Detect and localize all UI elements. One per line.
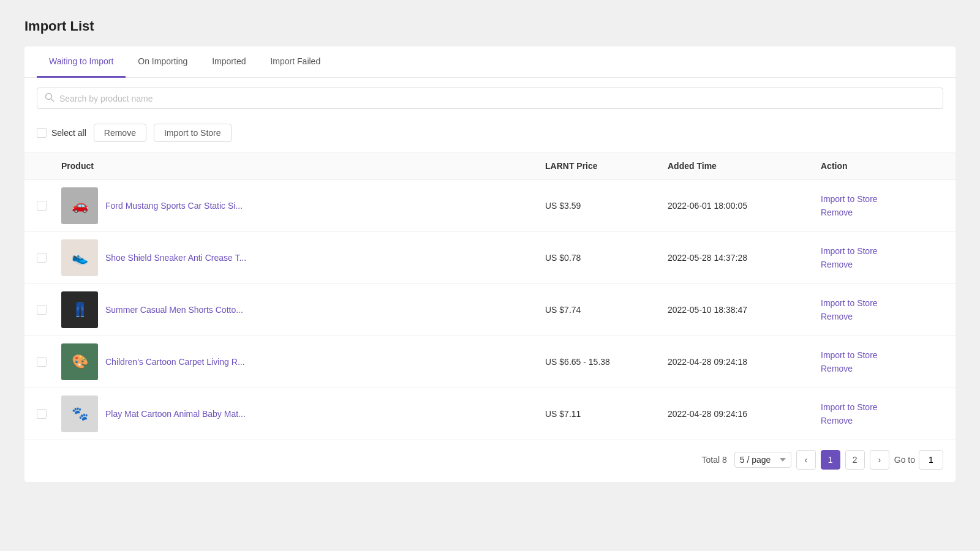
page-title: Import List bbox=[24, 18, 956, 34]
product-cell-1: 👟 Shoe Shield Sneaker Anti Crease T... bbox=[61, 239, 545, 276]
action-cell-0: Import to Store Remove bbox=[821, 194, 943, 217]
tab-on-importing[interactable]: On Importing bbox=[126, 47, 200, 78]
row-checkbox-1[interactable] bbox=[37, 253, 47, 263]
row-checkbox-cell-2 bbox=[37, 305, 61, 315]
import-to-store-link-4[interactable]: Import to Store bbox=[821, 402, 943, 412]
table-row: 🎨 Children's Cartoon Carpet Living R... … bbox=[24, 336, 956, 388]
header-time: Added Time bbox=[668, 157, 821, 174]
tab-bar: Waiting to Import On Importing Imported … bbox=[24, 47, 956, 78]
remove-link-0[interactable]: Remove bbox=[821, 208, 943, 217]
svg-line-1 bbox=[51, 99, 54, 102]
price-cell-4: US $7.11 bbox=[545, 409, 668, 419]
prev-page-button[interactable]: ‹ bbox=[796, 450, 816, 470]
product-cell-3: 🎨 Children's Cartoon Carpet Living R... bbox=[61, 343, 545, 380]
price-cell-1: US $0.78 bbox=[545, 253, 668, 263]
page-2-button[interactable]: 2 bbox=[845, 450, 865, 470]
table-row: 🚗 Ford Mustang Sports Car Static Si... U… bbox=[24, 180, 956, 232]
remove-button[interactable]: Remove bbox=[94, 124, 146, 142]
product-image-3: 🎨 bbox=[61, 343, 98, 380]
main-card: Waiting to Import On Importing Imported … bbox=[24, 47, 956, 482]
product-name-3[interactable]: Children's Cartoon Carpet Living R... bbox=[105, 357, 245, 367]
import-to-store-link-0[interactable]: Import to Store bbox=[821, 194, 943, 204]
goto-wrap: Go to bbox=[894, 450, 943, 470]
product-name-2[interactable]: Summer Casual Men Shorts Cotto... bbox=[105, 305, 243, 315]
header-action: Action bbox=[821, 157, 943, 174]
import-to-store-link-2[interactable]: Import to Store bbox=[821, 298, 943, 308]
product-cell-2: 👖 Summer Casual Men Shorts Cotto... bbox=[61, 291, 545, 328]
time-cell-2: 2022-05-10 18:38:47 bbox=[668, 305, 821, 315]
product-name-4[interactable]: Play Mat Cartoon Animal Baby Mat... bbox=[105, 409, 246, 419]
tab-imported[interactable]: Imported bbox=[200, 47, 258, 78]
pagination: Total 8 5 / page 10 / page 20 / page ‹ 1… bbox=[24, 440, 956, 470]
next-page-button[interactable]: › bbox=[870, 450, 889, 470]
product-image-4: 🐾 bbox=[61, 395, 98, 432]
time-cell-4: 2022-04-28 09:24:16 bbox=[668, 409, 821, 419]
import-to-store-link-3[interactable]: Import to Store bbox=[821, 350, 943, 360]
row-checkbox-4[interactable] bbox=[37, 409, 47, 419]
select-all-checkbox[interactable] bbox=[37, 128, 47, 138]
time-cell-3: 2022-04-28 09:24:18 bbox=[668, 357, 821, 367]
toolbar: Select all Remove Import to Store bbox=[24, 119, 956, 152]
import-to-store-link-1[interactable]: Import to Store bbox=[821, 246, 943, 256]
row-checkbox-2[interactable] bbox=[37, 305, 47, 315]
goto-label: Go to bbox=[894, 455, 915, 465]
row-checkbox-cell-1 bbox=[37, 253, 61, 263]
row-checkbox-3[interactable] bbox=[37, 357, 47, 367]
select-all-wrap[interactable]: Select all bbox=[37, 128, 86, 138]
page-size-select[interactable]: 5 / page 10 / page 20 / page bbox=[734, 452, 791, 468]
tab-import-failed[interactable]: Import Failed bbox=[258, 47, 333, 78]
product-image-0: 🚗 bbox=[61, 187, 98, 224]
row-checkbox-cell-3 bbox=[37, 357, 61, 367]
row-checkbox-cell-4 bbox=[37, 409, 61, 419]
action-cell-1: Import to Store Remove bbox=[821, 246, 943, 269]
table-body: 🚗 Ford Mustang Sports Car Static Si... U… bbox=[24, 180, 956, 440]
select-all-label: Select all bbox=[51, 128, 86, 138]
time-cell-1: 2022-05-28 14:37:28 bbox=[668, 253, 821, 263]
remove-link-2[interactable]: Remove bbox=[821, 312, 943, 321]
price-cell-2: US $7.74 bbox=[545, 305, 668, 315]
action-cell-4: Import to Store Remove bbox=[821, 402, 943, 425]
action-cell-2: Import to Store Remove bbox=[821, 298, 943, 321]
header-product: Product bbox=[61, 157, 545, 174]
price-cell-3: US $6.65 - 15.38 bbox=[545, 357, 668, 367]
row-checkbox-0[interactable] bbox=[37, 201, 47, 211]
pagination-total: Total 8 bbox=[701, 455, 726, 465]
product-name-1[interactable]: Shoe Shield Sneaker Anti Crease T... bbox=[105, 253, 246, 263]
page-1-button[interactable]: 1 bbox=[821, 450, 840, 470]
product-image-2: 👖 bbox=[61, 291, 98, 328]
header-checkbox-col bbox=[37, 157, 61, 174]
product-name-0[interactable]: Ford Mustang Sports Car Static Si... bbox=[105, 201, 243, 211]
price-cell-0: US $3.59 bbox=[545, 201, 668, 211]
header-price: LARNT Price bbox=[545, 157, 668, 174]
tab-waiting-to-import[interactable]: Waiting to Import bbox=[37, 47, 126, 78]
search-section bbox=[24, 78, 956, 119]
action-cell-3: Import to Store Remove bbox=[821, 350, 943, 373]
row-checkbox-cell-0 bbox=[37, 201, 61, 211]
product-cell-0: 🚗 Ford Mustang Sports Car Static Si... bbox=[61, 187, 545, 224]
search-box[interactable] bbox=[37, 88, 943, 109]
remove-link-4[interactable]: Remove bbox=[821, 416, 943, 425]
search-input[interactable] bbox=[59, 94, 935, 103]
table-row: 🐾 Play Mat Cartoon Animal Baby Mat... US… bbox=[24, 388, 956, 440]
product-cell-4: 🐾 Play Mat Cartoon Animal Baby Mat... bbox=[61, 395, 545, 432]
remove-link-3[interactable]: Remove bbox=[821, 364, 943, 373]
goto-input[interactable] bbox=[919, 450, 943, 470]
import-to-store-button[interactable]: Import to Store bbox=[154, 124, 232, 142]
product-image-1: 👟 bbox=[61, 239, 98, 276]
table-header: Product LARNT Price Added Time Action bbox=[24, 152, 956, 180]
table-row: 👖 Summer Casual Men Shorts Cotto... US $… bbox=[24, 284, 956, 336]
remove-link-1[interactable]: Remove bbox=[821, 260, 943, 269]
search-icon bbox=[45, 92, 55, 104]
time-cell-0: 2022-06-01 18:00:05 bbox=[668, 201, 821, 211]
table-row: 👟 Shoe Shield Sneaker Anti Crease T... U… bbox=[24, 232, 956, 284]
